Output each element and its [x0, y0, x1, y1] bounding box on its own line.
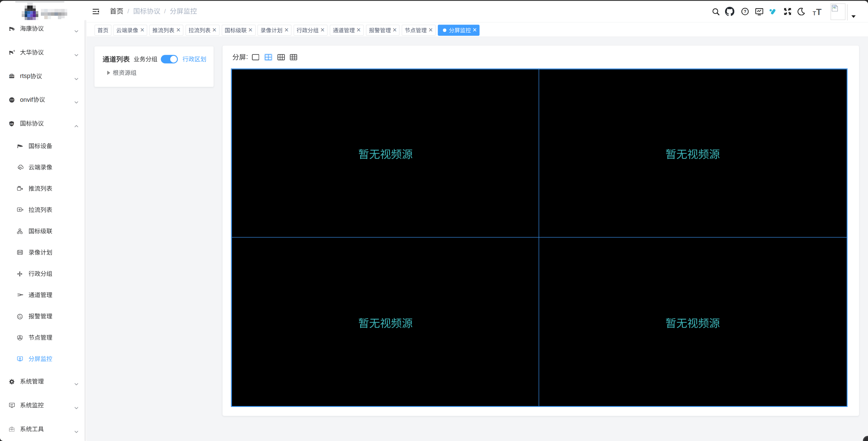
svg-text:GB: GB [10, 123, 13, 125]
svg-text:?: ? [743, 9, 746, 14]
svg-text:RTSP: RTSP [9, 75, 14, 77]
svg-text:Onvif: Onvif [10, 99, 14, 101]
